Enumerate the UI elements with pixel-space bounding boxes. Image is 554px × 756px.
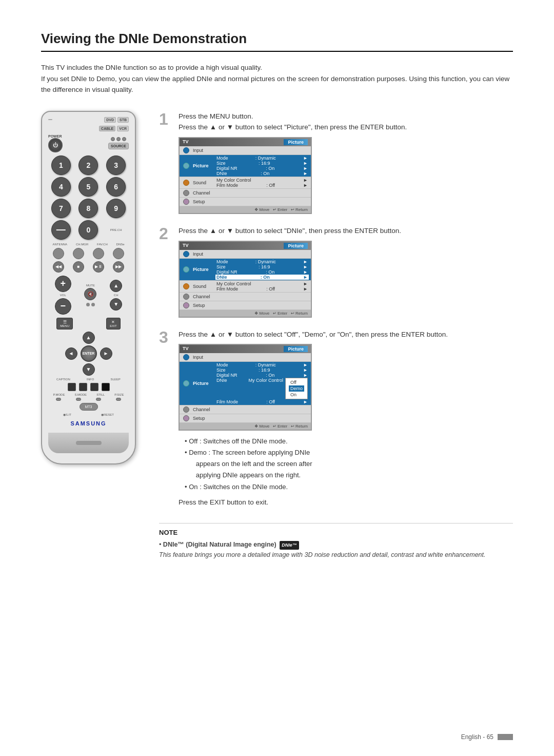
sit-label: ◉S.IT	[63, 413, 71, 416]
color-btn-4[interactable]	[102, 383, 110, 391]
page-number: English - 65	[461, 733, 493, 741]
page-footer: English - 65	[461, 733, 513, 741]
sleep-label: SLEEP	[111, 378, 121, 381]
exit-button[interactable]: ✕ EXIT	[106, 318, 120, 329]
ch-label: CH	[114, 294, 118, 297]
pre-ch-label: PRE.CH	[110, 228, 122, 231]
dvd-button[interactable]: DVD	[104, 117, 116, 123]
note-label: NOTE	[159, 529, 513, 536]
tv-screen-3: TV Picture Input Picture	[179, 344, 312, 431]
step-2-number: 2	[159, 225, 171, 242]
step-3-text: Press the ▲ or ▼ button to select "Off",…	[179, 329, 513, 340]
psize-button[interactable]	[116, 398, 121, 401]
tv-screen-1: TV Picture Input	[179, 137, 312, 214]
num-1-button[interactable]: 1	[51, 156, 71, 175]
source-button[interactable]: SOURCE	[108, 143, 129, 149]
bullet-demo: Demo : The screen before applying DNIe a…	[185, 447, 513, 481]
vol-label: VOL	[60, 294, 66, 297]
pmode-button[interactable]	[56, 398, 61, 401]
mute-label: MUTE	[86, 284, 95, 287]
menu-button[interactable]: ☰ MENU	[56, 318, 73, 329]
step-3-number: 3	[159, 329, 171, 345]
dnse-label: DNSe	[116, 243, 125, 246]
rew-button[interactable]: ◀◀	[53, 261, 64, 273]
num-3-button[interactable]: 3	[106, 156, 126, 175]
chmgr-label: CH.MGR	[76, 243, 88, 246]
num-6-button[interactable]: 6	[106, 177, 126, 197]
popup-demo: Demo	[289, 385, 304, 392]
dnle-badge: DNIe™	[280, 541, 299, 549]
step-3: 3 Press the ▲ or ▼ button to select "Off…	[159, 329, 513, 512]
ch-up-button[interactable]: ▲	[110, 280, 122, 292]
dnse-button[interactable]	[113, 248, 124, 259]
dpad-left-button[interactable]: ◄	[65, 347, 77, 360]
bullet-off: Off : Switches off the DNIe mode.	[185, 436, 513, 447]
num-2-button[interactable]: 2	[78, 156, 98, 175]
enter-button[interactable]: ENTER	[81, 345, 97, 362]
mt3-button[interactable]: MT3	[80, 403, 98, 411]
dnle-popup: Off Demo On	[285, 378, 308, 399]
step-1-text: Press the MENU button. Press the ▲ or ▼ …	[179, 111, 513, 133]
step-3-bullets: Off : Switches off the DNIe mode. Demo :…	[185, 436, 513, 492]
tv-3-footer: ❖ Move ↵ Enter ↩ Return	[180, 423, 311, 430]
smode-button[interactable]	[76, 398, 81, 401]
antenna-button[interactable]	[53, 248, 64, 259]
step-2: 2 Press the ▲ or ▼ button to select "DNI…	[159, 225, 513, 318]
num-7-button[interactable]: 7	[51, 199, 71, 218]
remote-control: DVD STB CABLE VCR POWER ⏻	[41, 111, 144, 464]
favch-label: FAV.CH	[97, 243, 108, 246]
vol-down-button[interactable]: −	[55, 298, 71, 315]
tv-1-footer: ❖ Move ↵ Enter ↩ Return	[180, 206, 311, 213]
caption-label: CAPTION	[56, 378, 70, 381]
favch-button[interactable]	[93, 248, 104, 259]
popup-off: Off	[289, 379, 304, 385]
reset-label: ◉RESET	[101, 413, 114, 416]
page-title: Viewing the DNIe Demonstration	[41, 31, 513, 52]
num-8-button[interactable]: 8	[78, 199, 98, 218]
psize-label: P.SIZE	[114, 393, 124, 396]
vol-up-button[interactable]: +	[55, 276, 71, 292]
smode-label: S.MODE	[74, 393, 87, 396]
tv-screen-2: TV Picture Input Picture	[179, 241, 312, 318]
stop-button[interactable]: ■	[73, 261, 84, 273]
steps-section: 1 Press the MENU button. Press the ▲ or …	[159, 111, 513, 560]
dpad-right-button[interactable]: ►	[100, 347, 112, 360]
play-pause-button[interactable]: ▶⏸	[93, 261, 104, 273]
footer-bar	[498, 734, 513, 740]
number-pad: 1 2 3 4 5 6 7 8 9 — 0 PRE.CH	[48, 156, 129, 240]
power-label: POWER	[48, 134, 63, 138]
info-label: INFO	[87, 378, 94, 381]
vcr-button[interactable]: VCR	[117, 126, 129, 131]
num-5-button[interactable]: 5	[78, 177, 98, 197]
tv-badge	[48, 119, 52, 120]
dpad-down-button[interactable]: ▼	[83, 363, 95, 376]
antenna-label: ANTENNA	[52, 243, 67, 246]
still-button[interactable]	[96, 398, 101, 401]
ch-down-button[interactable]: ▼	[110, 298, 122, 311]
ff-button[interactable]: ▶▶	[113, 261, 124, 273]
power-button[interactable]: ⏻	[48, 138, 63, 152]
mute-button[interactable]: 🔇	[84, 288, 96, 300]
chmgr-button[interactable]	[73, 248, 84, 259]
intro-text: This TV includes the DNIe function so as…	[41, 62, 513, 95]
dpad-up-button[interactable]: ▲	[83, 332, 95, 344]
step-1-number: 1	[159, 111, 171, 127]
num-9-button[interactable]: 9	[106, 199, 126, 218]
note-text: • DNIe™ (Digital Natural Image engine) D…	[159, 539, 513, 560]
exit-text: Press the EXIT button to exit.	[179, 497, 513, 508]
step-1: 1 Press the MENU button. Press the ▲ or …	[159, 111, 513, 214]
color-btn-2[interactable]	[79, 383, 87, 391]
stb-button[interactable]: STB	[117, 117, 129, 123]
num-4-button[interactable]: 4	[51, 177, 71, 197]
samsung-logo: SAMSUNG	[48, 420, 129, 427]
still-label: STILL	[96, 393, 105, 396]
color-btn-3[interactable]	[90, 383, 98, 391]
color-btn-1[interactable]	[68, 383, 76, 391]
bullet-on: On : Switches on the DNIe mode.	[185, 481, 513, 493]
tv-2-footer: ❖ Move ↵ Enter ↩ Return	[180, 310, 311, 317]
num-dash-button[interactable]: —	[51, 220, 71, 240]
popup-on: On	[289, 392, 304, 398]
cable-button[interactable]: CABLE	[99, 126, 115, 131]
pmode-label: P.MODE	[53, 393, 65, 396]
num-0-button[interactable]: 0	[78, 220, 98, 240]
